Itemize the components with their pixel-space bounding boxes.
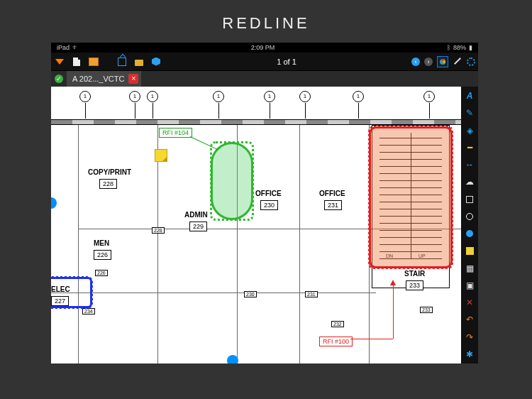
room-number: 226 [94,250,111,260]
room-label: OFFICE [319,190,345,197]
rfi-tag-red[interactable]: RFI #100 [319,337,353,346]
room-number: 231 [324,200,342,210]
document-tab[interactable]: A 202..._VCTC × [67,71,141,87]
menu-button[interactable] [54,56,65,67]
room-number: 230 [260,200,278,210]
wall [51,293,376,293]
annotation-toolbar: A ✎ ◈ ━ ↔ ☁ ▦ ▣ ✕ ↶ ↷ ✱ [461,87,478,364]
room-label: MEN [94,239,109,247]
note-tool[interactable] [464,246,475,256]
bluetooth-icon: ᛒ [445,44,452,51]
revision-cloud-red[interactable] [369,126,453,268]
image-tool[interactable]: ▦ [464,263,475,273]
status-device: iPad [55,44,71,51]
sticky-note[interactable] [155,149,167,162]
new-doc-button[interactable] [71,56,82,67]
share-button[interactable] [116,56,128,67]
grid-bubble: 1 [353,91,364,102]
document-icon [73,58,80,66]
drawing-canvas[interactable]: 1 1 1 1 1 1 1 1 COPY/PRINT 228 ADMIN 22 [51,87,461,364]
door-tag: 228 [152,227,165,234]
sync-status[interactable]: ✓ [51,71,67,87]
undo-button[interactable]: ↶ [464,315,475,324]
status-bar: iPad ᯤ 2:09 PM ᛒ 88% ▮ [51,43,478,53]
door-tag: 231 [305,291,318,297]
battery-icon: ▮ [467,44,474,51]
line-tool[interactable]: ↔ [464,160,475,170]
highlighter-tool[interactable]: ━ [464,143,475,153]
tool-settings-button[interactable]: ✱ [464,349,475,359]
edit-button[interactable] [453,57,462,67]
status-time: 2:09 PM [250,44,277,51]
model-button[interactable] [150,56,162,67]
redline-mode-button[interactable] [437,56,448,67]
grid-bubble: 1 [299,91,311,102]
settings-button[interactable] [467,58,475,66]
grid-bubble: 1 [129,91,140,102]
selection-handle[interactable] [51,197,57,209]
room-label: ADMIN [184,211,208,219]
room-label: COPY/PRINT [88,168,131,176]
door-tag: 233 [420,307,433,313]
tab-bar: ✓ A 202..._VCTC × [51,71,478,87]
revision-cloud-blue[interactable] [51,277,92,308]
cloud-tool[interactable]: ☁ [464,177,475,187]
next-page-button[interactable]: › [424,58,433,66]
leader-line [393,282,394,339]
prev-page-button[interactable]: ‹ [411,58,420,66]
status-battery: 88% [452,44,467,51]
room-label: OFFICE [255,190,282,197]
room-number: 228 [99,179,117,189]
stamp-tool[interactable] [464,229,475,239]
wall [299,125,300,364]
check-icon: ✓ [55,75,63,83]
wall [78,125,79,364]
shape-tool[interactable] [464,195,475,204]
grid-bubble: 1 [213,91,224,102]
page-title: REDLINE [0,0,532,43]
grid-bubble: 1 [147,91,158,102]
text-tool[interactable]: A [464,91,475,101]
chevron-down-icon [55,59,64,65]
door-tag: 230 [244,291,257,297]
main-toolbar: 1 of 1 ‹ › [51,53,478,71]
tab-label: A 202..._VCTC [72,75,124,83]
selection-handle[interactable] [227,355,238,364]
rfi-tag-green[interactable]: RFI #104 [159,128,192,138]
door-tag: 226 [95,270,108,276]
callout-tool[interactable]: ◈ [464,126,475,136]
share-icon [118,58,126,66]
room-number: 229 [189,222,207,231]
redo-button[interactable]: ↷ [464,332,475,342]
delete-tool[interactable]: ✕ [464,297,475,307]
sheets-icon [89,58,99,66]
grid-bubble: 1 [423,91,435,102]
wifi-icon: ᯤ [71,44,80,51]
ellipse-tool[interactable] [464,212,475,222]
arrowhead-icon [390,280,396,285]
page-indicator: 1 of 1 [167,58,406,66]
workspace: 1 1 1 1 1 1 1 1 COPY/PRINT 228 ADMIN 22 [51,87,478,364]
door-tag: 232 [331,321,344,327]
room-label: STAIR [404,270,425,278]
door-tag: 234 [82,308,95,315]
sheets-button[interactable] [88,56,99,67]
grid-bubble: 1 [79,91,91,102]
pen-tool[interactable]: ✎ [464,108,475,118]
camera-tool[interactable]: ▣ [464,280,475,290]
folder-icon [135,60,143,66]
room-number: 233 [406,280,423,290]
grid-bubble: 1 [264,91,275,102]
exterior-wall [51,119,461,125]
device-frame: iPad ᯤ 2:09 PM ᛒ 88% ▮ 1 of 1 ‹ › ✓ A 20… [51,43,478,364]
tab-close-button[interactable]: × [128,74,138,84]
revision-cloud-green[interactable] [211,142,253,220]
cube-icon [152,58,160,66]
leader-line [350,339,393,339]
column-grid: 1 1 1 1 1 1 1 1 [51,91,461,105]
folder-button[interactable] [133,56,145,67]
